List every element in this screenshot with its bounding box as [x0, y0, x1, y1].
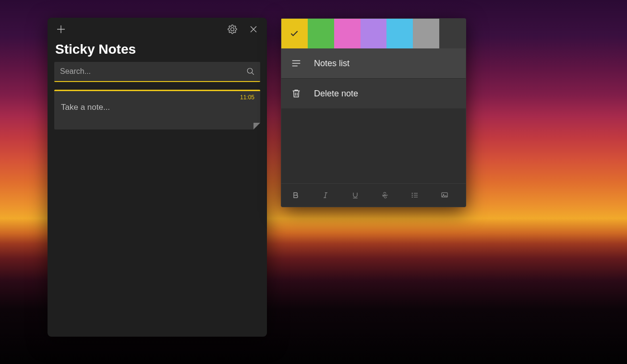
color-swatch-blue[interactable]	[386, 19, 413, 48]
color-swatch-gray[interactable]	[413, 19, 439, 48]
sticky-note-window: Notes list Delete note ab	[281, 18, 466, 207]
app-title: Sticky Notes	[48, 41, 267, 62]
note-fold-icon	[253, 123, 260, 129]
search-field[interactable]	[54, 62, 260, 82]
notes-list: 11:05 Take a note...	[48, 88, 267, 337]
trash-icon	[291, 88, 301, 99]
color-swatch-purple[interactable]	[361, 19, 387, 48]
note-body[interactable]	[281, 108, 466, 183]
close-button[interactable]	[243, 19, 264, 40]
image-icon	[440, 191, 449, 199]
note-card[interactable]: 11:05 Take a note...	[54, 90, 260, 129]
color-swatch-charcoal[interactable]	[439, 19, 466, 48]
format-strikethrough-button[interactable]: ab	[378, 188, 392, 202]
format-bold-button[interactable]	[289, 188, 302, 202]
svg-text:ab: ab	[383, 193, 386, 198]
format-italic-button[interactable]	[319, 188, 332, 202]
note-timestamp: 11:05	[240, 94, 254, 101]
menu-notes-list[interactable]: Notes list	[281, 48, 466, 78]
svg-point-4	[412, 197, 413, 198]
desktop-background: Sticky Notes 11:05 Take a note... Notes …	[0, 0, 627, 364]
bullets-icon	[410, 191, 419, 199]
format-bullets-button[interactable]	[408, 188, 422, 202]
search-icon	[246, 67, 255, 76]
color-swatch-green[interactable]	[308, 19, 334, 48]
menu-delete-note-label: Delete note	[314, 89, 358, 99]
format-toolbar: ab	[281, 183, 466, 207]
format-image-button[interactable]	[438, 188, 451, 202]
bold-icon	[292, 191, 300, 199]
list-icon	[291, 58, 301, 69]
format-underline-button[interactable]	[349, 188, 362, 202]
note-preview-text: Take a note...	[61, 103, 253, 112]
list-window-titlebar	[48, 18, 267, 41]
svg-point-2	[412, 193, 413, 194]
new-note-button[interactable]	[50, 19, 72, 40]
color-swatch-pink[interactable]	[334, 19, 361, 48]
gear-icon	[228, 24, 237, 34]
sticky-notes-list-window: Sticky Notes 11:05 Take a note...	[48, 18, 267, 337]
settings-button[interactable]	[222, 19, 243, 40]
check-icon	[289, 29, 299, 38]
svg-point-0	[247, 68, 253, 73]
strikethrough-icon: ab	[380, 191, 390, 199]
color-swatch-yellow[interactable]	[281, 19, 308, 48]
search-input[interactable]	[54, 67, 241, 76]
close-icon	[250, 25, 257, 33]
search-icon-button[interactable]	[241, 67, 260, 76]
color-picker-row	[281, 19, 466, 48]
italic-icon	[322, 191, 329, 199]
menu-delete-note[interactable]: Delete note	[281, 78, 466, 108]
underline-icon	[351, 191, 359, 199]
menu-notes-list-label: Notes list	[314, 59, 350, 69]
svg-point-3	[412, 195, 413, 196]
plus-icon	[57, 25, 65, 34]
